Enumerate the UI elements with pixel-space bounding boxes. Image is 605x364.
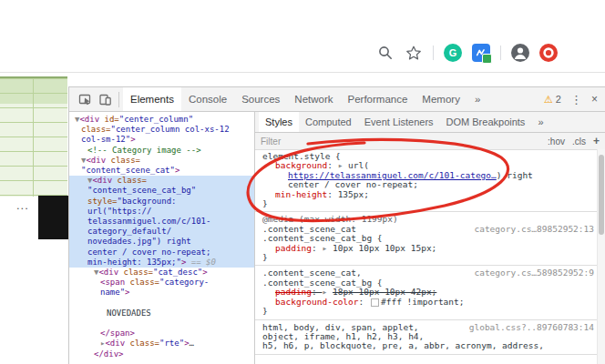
code-line[interactable]: } bbox=[259, 253, 594, 262]
toggle-hover-state-button[interactable]: :hov bbox=[548, 136, 565, 147]
dom-selected-line[interactable]: ▼<div class= bbox=[69, 176, 254, 186]
code-line[interactable]: ▼<div id="center_column" bbox=[69, 115, 254, 125]
stylesheet-link[interactable]: category.cs…589852952:9 bbox=[467, 268, 594, 278]
styles-filter-input[interactable]: Filter bbox=[261, 136, 281, 147]
styles-tab-computed[interactable]: Computed bbox=[299, 112, 358, 132]
code-segment: == $0 bbox=[186, 258, 216, 267]
code-line[interactable]: background-color: #fff !important; bbox=[259, 298, 594, 307]
code-segment: object, iframe, h1, h2, h3, h4, bbox=[262, 331, 424, 341]
color-swatch[interactable] bbox=[371, 298, 379, 307]
code-segment: : 135px; bbox=[327, 189, 369, 199]
dom-selected-line[interactable]: min-height: 135px;"> == $0 bbox=[69, 258, 254, 268]
code-segment: "content_scene_cat" bbox=[81, 166, 175, 175]
code-segment: 18px 10px 10px 42px; bbox=[333, 287, 436, 297]
devtools-tab-performance[interactable]: Performance bbox=[341, 87, 415, 111]
styles-filter-bar: Filter :hov .cls + bbox=[255, 133, 605, 150]
code-line[interactable]: "content_scene_cat"> bbox=[69, 166, 254, 176]
devtools-tab--[interactable]: » bbox=[467, 87, 487, 111]
css-rules-list: element.style {background: ▸ url(https:/… bbox=[255, 149, 598, 364]
styles-sidebar-pane: StylesComputedEvent ListenersDOM Breakpo… bbox=[255, 112, 605, 364]
code-segment: > bbox=[125, 288, 129, 297]
search-icon[interactable] bbox=[376, 44, 395, 62]
dom-selected-line[interactable]: telassanmiguel.com/c/101- bbox=[69, 217, 254, 227]
code-segment: </span> bbox=[100, 329, 135, 338]
devtools-tab-memory[interactable]: Memory bbox=[415, 87, 467, 111]
devtools-tab-sources[interactable]: Sources bbox=[234, 87, 287, 111]
code-line[interactable]: h5, h6, p, blockquote, pre, a, abbr, acr… bbox=[259, 341, 594, 350]
code-line[interactable]: padding: ▸ 10px 10px 10px 15px; bbox=[259, 244, 594, 253]
close-devtools-icon[interactable]: × bbox=[591, 93, 598, 106]
code-line[interactable]: class="center_column col-xs-12 bbox=[69, 125, 254, 135]
css-rule-section: .content_scene_cat,category.cs…589852952… bbox=[255, 266, 598, 319]
toggle-class-button[interactable]: .cls bbox=[572, 136, 586, 147]
styles-scrollbar[interactable] bbox=[597, 149, 605, 364]
dom-selected-line[interactable]: style="background: bbox=[69, 197, 254, 207]
code-segment: <!-- Category image --> bbox=[87, 146, 201, 155]
code-line[interactable]: <span class="category- bbox=[69, 278, 254, 288]
device-toolbar-icon[interactable] bbox=[95, 89, 115, 109]
code-segment: <div bbox=[86, 156, 110, 165]
stylesheet-link[interactable]: category.cs…89852952:13 bbox=[467, 225, 594, 234]
dom-selected-line[interactable]: novedades.jpg") right bbox=[69, 237, 254, 247]
dom-selected-line[interactable]: category_default/ bbox=[69, 227, 254, 237]
blue-extension-icon[interactable] bbox=[472, 44, 490, 62]
code-segment: #fff !important; bbox=[381, 297, 465, 307]
more-options-icon[interactable]: ⋮ bbox=[570, 93, 582, 106]
code-line[interactable] bbox=[69, 318, 254, 329]
code-line[interactable]: } bbox=[259, 307, 594, 316]
grammarly-extension-icon[interactable]: G bbox=[444, 44, 462, 62]
code-segment: url("https:// bbox=[87, 207, 151, 216]
styles-tab-dom-breakpoints[interactable]: DOM Breakpoints bbox=[440, 112, 532, 132]
styles-tab-event-listeners[interactable]: Event Listeners bbox=[358, 112, 440, 132]
code-line[interactable]: ▸<div class="rte">… bbox=[69, 339, 254, 349]
code-line[interactable]: <!-- Category image --> bbox=[69, 146, 254, 156]
code-line[interactable]: min-height: 135px; bbox=[259, 190, 594, 199]
inspect-element-icon[interactable] bbox=[75, 89, 95, 109]
toolbar-bottom-border bbox=[0, 72, 605, 73]
code-segment: } bbox=[262, 252, 268, 262]
devtools-tab-network[interactable]: Network bbox=[287, 87, 340, 111]
new-style-rule-button[interactable]: + bbox=[593, 135, 600, 147]
toolbar-divider bbox=[433, 46, 434, 60]
profile-icon[interactable] bbox=[511, 44, 529, 62]
code-line[interactable]: </div> bbox=[69, 349, 254, 359]
code-segment: > bbox=[130, 135, 135, 144]
code-line[interactable]: col-sm-12"> bbox=[69, 135, 254, 145]
code-segment: "cat_desc" bbox=[153, 268, 202, 277]
styles-tab--[interactable]: » bbox=[531, 112, 549, 132]
code-line[interactable]: </span> bbox=[69, 329, 254, 339]
code-segment: class= bbox=[130, 339, 160, 348]
dom-selected-line[interactable]: url("https:// bbox=[69, 207, 254, 217]
code-segment: col-sm-12" bbox=[81, 135, 130, 144]
toolbar-divider bbox=[500, 46, 501, 60]
code-segment: > bbox=[202, 268, 207, 277]
code-line[interactable]: ▼<div class="cat_desc"> bbox=[69, 268, 254, 278]
styles-tab-styles[interactable]: Styles bbox=[259, 112, 299, 132]
red-extension-icon[interactable] bbox=[539, 44, 558, 62]
code-segment: name" bbox=[100, 288, 125, 297]
code-line[interactable]: NOVEDADES bbox=[69, 308, 254, 318]
code-line[interactable] bbox=[69, 298, 254, 308]
code-segment: <div bbox=[92, 176, 117, 185]
code-segment: class= bbox=[111, 156, 141, 165]
page-table-preview bbox=[0, 76, 67, 197]
code-segment: <div bbox=[105, 339, 129, 348]
bookmark-star-icon[interactable] bbox=[405, 44, 423, 62]
console-warning-badge[interactable]: ⚠ 2 bbox=[544, 94, 561, 106]
code-line[interactable]: } bbox=[259, 199, 594, 208]
devtools-tab-elements[interactable]: Elements bbox=[123, 87, 181, 111]
code-segment: } bbox=[262, 198, 268, 208]
css-url-link[interactable]: https://telassanmiguel.com/c/101-catego… bbox=[288, 170, 497, 180]
devtools-window: ElementsConsoleSourcesNetworkPerformance… bbox=[68, 86, 605, 364]
code-line[interactable]: name"> bbox=[69, 288, 254, 298]
code-line[interactable]: ▼<div class= bbox=[69, 156, 254, 166]
scrollbar-thumb[interactable] bbox=[599, 155, 604, 235]
dom-selected-line[interactable]: center / cover no-repeat; bbox=[69, 248, 254, 258]
elements-tree-pane: ▼<div id="center_column"class="center_co… bbox=[69, 112, 255, 364]
code-segment: h5, h6, p, blockquote, pre, a, abbr, acr… bbox=[262, 340, 544, 350]
dom-selected-line[interactable]: "content_scene_cat_bg" bbox=[69, 186, 254, 196]
devtools-tab-console[interactable]: Console bbox=[181, 87, 234, 111]
code-segment: class= bbox=[124, 268, 154, 277]
code-segment: center / cover no-repeat; bbox=[288, 179, 418, 189]
stylesheet-link[interactable]: global.css?..89760783:14 bbox=[462, 323, 594, 332]
